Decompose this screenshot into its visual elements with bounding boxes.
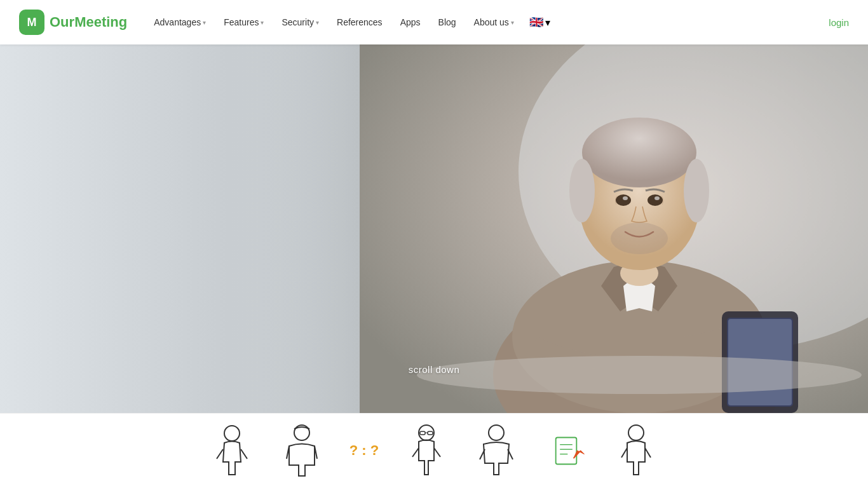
- illustration-figure-1: [210, 423, 254, 480]
- svg-point-9: [616, 194, 631, 206]
- svg-point-13: [611, 222, 668, 254]
- hero-section: scroll down: [0, 44, 868, 413]
- svg-point-17: [417, 356, 862, 394]
- nav-blog[interactable]: Blog: [431, 12, 464, 32]
- nav-about[interactable]: About us ▾: [466, 12, 522, 32]
- illustration-figure-6: [614, 423, 658, 480]
- chevron-down-icon: ▾: [545, 17, 550, 29]
- language-selector[interactable]: 🇬🇧 ▾: [524, 10, 555, 34]
- svg-line-19: [217, 449, 223, 459]
- svg-point-11: [623, 196, 628, 200]
- svg-point-36: [628, 425, 644, 440]
- illustration-figure-4: [474, 423, 519, 480]
- illustration-figure-3: [404, 423, 449, 480]
- question-marks-decoration: ? : ?: [349, 442, 379, 459]
- svg-rect-31: [556, 438, 577, 464]
- svg-line-20: [241, 449, 247, 459]
- illustration-figure-5: [544, 423, 588, 480]
- svg-point-10: [648, 194, 663, 206]
- logo-text: OurMeeting: [50, 14, 127, 30]
- nav-advantages[interactable]: Advantages ▾: [146, 12, 214, 32]
- svg-point-12: [654, 196, 660, 200]
- svg-line-37: [621, 448, 627, 458]
- nav-links: Advantages ▾ Features ▾ Security ▾ Refer…: [146, 10, 829, 34]
- svg-point-18: [224, 426, 240, 441]
- logo-icon: M: [19, 10, 44, 35]
- nav-apps[interactable]: Apps: [393, 12, 428, 32]
- chevron-down-icon: ▾: [511, 19, 514, 26]
- svg-point-7: [569, 159, 595, 222]
- svg-point-28: [489, 425, 504, 440]
- hero-bg-left: [0, 44, 381, 413]
- login-link[interactable]: login: [829, 17, 849, 28]
- svg-rect-23: [420, 431, 425, 435]
- svg-line-27: [434, 448, 440, 457]
- chevron-down-icon: ▾: [261, 19, 264, 26]
- logo-link[interactable]: M OurMeeting: [19, 10, 127, 35]
- chevron-down-icon: ▾: [316, 19, 319, 26]
- hero-person-image: [360, 44, 868, 413]
- main-nav: M OurMeeting Advantages ▾ Features ▾ Sec…: [0, 0, 868, 44]
- nav-references[interactable]: References: [329, 12, 390, 32]
- svg-point-8: [684, 159, 709, 222]
- svg-line-38: [645, 448, 651, 458]
- svg-point-6: [582, 118, 696, 187]
- scroll-down-indicator: scroll down: [409, 364, 460, 375]
- nav-security[interactable]: Security ▾: [274, 12, 327, 32]
- nav-features[interactable]: Features ▾: [216, 12, 271, 32]
- chevron-down-icon: ▾: [203, 19, 206, 26]
- illustration-figure-2: [280, 423, 324, 480]
- svg-line-26: [412, 448, 419, 457]
- illustration-strip: ? : ?: [0, 413, 868, 488]
- flag-icon: 🇬🇧: [529, 15, 543, 29]
- svg-rect-24: [428, 431, 433, 435]
